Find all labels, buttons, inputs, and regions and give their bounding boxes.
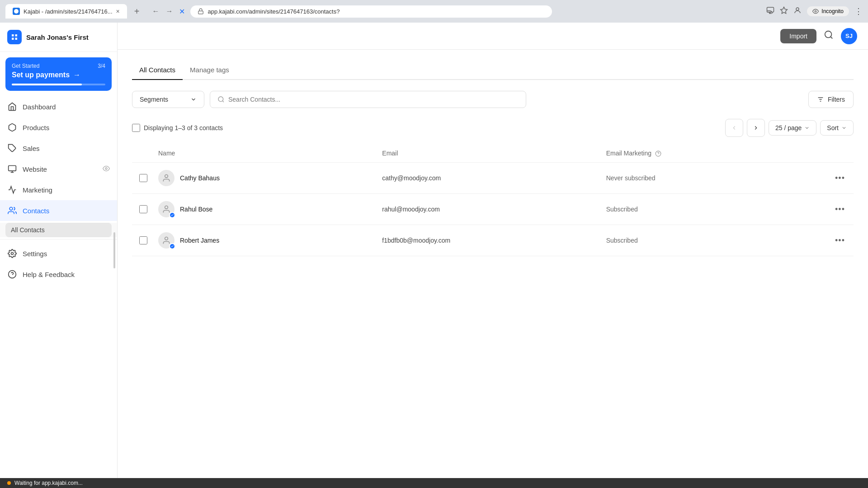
contact-name-cell-1[interactable]: Cathy Bahaus [155,170,378,186]
svg-point-26 [165,237,168,240]
svg-point-25 [165,206,168,209]
reload-button[interactable]: ✕ [177,5,187,18]
user-avatar[interactable]: SJ [841,28,857,44]
settings-icon [7,249,17,258]
marketing-label: Marketing [23,186,110,194]
sidebar-item-products[interactable]: Products [0,117,117,138]
forward-button[interactable]: → [164,5,175,17]
contacts-header: All Contacts Manage tags [118,50,868,80]
contact-name-cell-3[interactable]: Robert James [155,232,378,249]
contact-name-3: Robert James [180,237,219,244]
svg-point-15 [825,31,832,38]
new-tab-button[interactable]: + [131,5,143,19]
sidebar-item-all-contacts[interactable]: All Contacts [5,223,112,237]
svg-point-4 [796,8,799,10]
row-actions-2: ••• [826,205,854,214]
tab-favicon [13,8,20,15]
contact-name-cell-2[interactable]: Rahul Bose [155,201,378,217]
verified-badge-3 [169,243,175,249]
sidebar-item-settings[interactable]: Settings [0,243,117,264]
sidebar-item-sales[interactable]: Sales [0,138,117,159]
contacts-subnav: All Contacts [0,223,117,237]
browser-chrome: Kajabi - /admin/sites/214764716... × + ←… [0,0,868,23]
get-started-banner[interactable]: Get Started 3/4 Set up payments → [5,57,112,91]
contact-email-1: cathy@moodjoy.com [378,174,602,182]
cast-button[interactable] [766,6,774,17]
lock-icon [198,8,204,14]
settings-label: Settings [23,250,110,258]
eye-icon [103,165,110,174]
search-input[interactable] [228,96,519,103]
import-button[interactable]: Import [780,29,816,43]
contacts-table: Displaying 1–3 of 3 contacts 25 / page S… [118,119,868,256]
contact-email-2: rahul@moodjoy.com [378,206,602,213]
sidebar-brand: Sarah Jonas's First [26,33,89,41]
get-started-title: Set up payments [12,71,70,79]
get-started-progress: 3/4 [98,63,105,69]
tab-title: Kajabi - /admin/sites/214764716... [24,8,113,15]
avatar-2 [158,201,175,217]
verified-badge-2 [169,212,175,218]
help-circle-icon [655,150,661,157]
more-button-3[interactable]: ••• [835,236,845,245]
status-text: Waiting for app.kajabi.com... [14,480,83,486]
bookmark-button[interactable] [780,6,788,17]
avatar-1 [158,170,175,186]
row-checkbox-1[interactable] [139,174,147,182]
sidebar-item-dashboard[interactable]: Dashboard [0,96,117,117]
filters-icon [817,96,824,103]
status-bar: Waiting for app.kajabi.com... [0,478,868,488]
row-actions-1: ••• [826,174,854,183]
back-button[interactable]: ← [150,5,161,17]
more-options-button[interactable]: ⋮ [854,6,863,16]
contact-name-1: Cathy Bahaus [180,174,220,182]
search-icon [217,96,225,103]
filters-button[interactable]: Filters [808,91,854,108]
svg-point-10 [105,168,107,169]
sort-button[interactable]: Sort [820,120,854,136]
avatar-3 [158,232,175,249]
incognito-badge: Incognito [807,6,849,16]
page-content: All Contacts Manage tags Segments [118,50,868,478]
next-page-button[interactable] [747,119,765,137]
dashboard-label: Dashboard [23,103,110,111]
prev-page-button[interactable] [725,119,743,137]
profile-button[interactable] [793,6,802,17]
sidebar-item-contacts[interactable]: Contacts [0,200,117,221]
sales-label: Sales [23,145,110,152]
svg-point-12 [11,253,14,255]
table-row: Rahul Bose rahul@moodjoy.com Subscribed … [132,194,854,225]
tab-close-button[interactable]: × [116,8,120,15]
segments-button[interactable]: Segments [132,91,204,108]
select-all-checkbox[interactable] [132,124,140,132]
progress-bar-outer [12,84,105,85]
website-label: Website [23,165,97,173]
svg-marker-3 [781,7,788,13]
all-contacts-label: All Contacts [11,226,45,234]
row-actions-3: ••• [826,236,854,245]
sidebar-item-website[interactable]: Website [0,159,117,179]
svg-point-17 [218,97,223,102]
contacts-search-box[interactable] [210,91,526,108]
per-page-button[interactable]: 25 / page [769,120,816,136]
contacts-toolbar: Segments Filters [118,80,868,119]
svg-rect-7 [9,166,16,171]
sidebar-item-marketing[interactable]: Marketing [0,179,117,200]
tabs-row: All Contacts Manage tags [132,61,854,80]
contacts-icon [7,206,17,216]
person-icon [162,174,171,183]
tab-manage-tags[interactable]: Manage tags [183,61,236,79]
row-checkbox-2[interactable] [139,205,147,213]
sidebar-item-help[interactable]: Help & Feedback [0,264,117,285]
more-button-1[interactable]: ••• [835,174,845,183]
more-button-2[interactable]: ••• [835,205,845,214]
website-icon [7,164,17,174]
url-text: app.kajabi.com/admin/sites/2147647163/co… [208,8,340,15]
row-checkbox-3[interactable] [139,236,147,244]
browser-tab[interactable]: Kajabi - /admin/sites/214764716... × [5,4,127,19]
tab-all-contacts[interactable]: All Contacts [132,61,183,79]
chevron-down-icon [190,96,197,103]
search-button[interactable] [824,30,834,42]
col-name: Name [155,150,378,157]
address-bar[interactable]: app.kajabi.com/admin/sites/2147647163/co… [190,5,552,18]
